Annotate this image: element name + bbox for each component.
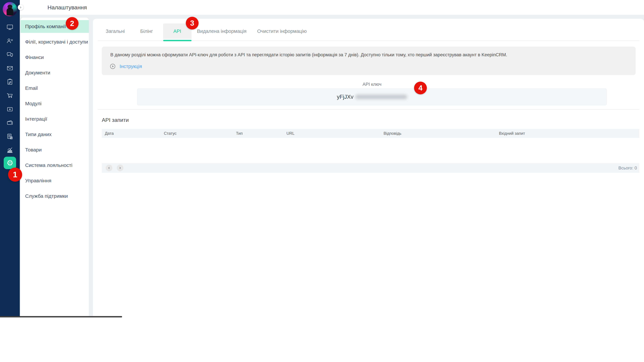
prev-page-button[interactable]: ‹ <box>106 165 112 171</box>
settings-content: Загальні Білінг API Видалена інформація … <box>93 19 644 317</box>
next-page-button[interactable]: › <box>117 165 124 171</box>
sidebar-item-finances[interactable]: Фінанси <box>20 51 89 64</box>
window-bottom-edge <box>0 316 122 318</box>
nav-tasks-icon[interactable] <box>0 77 20 86</box>
nav-mail-icon[interactable] <box>0 64 20 73</box>
pagination-bar: ‹ › Всього: 0 <box>102 163 639 173</box>
gear-icon: ⚙ <box>6 157 13 169</box>
sidebar-item-company-profile[interactable]: Профіль компанії <box>20 20 89 33</box>
nav-contacts-icon[interactable] <box>0 36 20 45</box>
total-count: Всього: 0 <box>618 163 637 173</box>
top-header: Налаштування 89 <box>20 0 644 15</box>
sidebar-item-modules[interactable]: Модулі <box>20 97 89 110</box>
step-badge-4: 4 <box>414 82 427 94</box>
app-root: Налаштування 89 › <box>0 0 644 362</box>
step-badge-1: 1 <box>8 168 22 182</box>
sidebar-item-support[interactable]: Служба підтримки <box>20 190 89 202</box>
column-type: Тип <box>236 129 243 138</box>
nav-chat-icon[interactable] <box>0 50 20 59</box>
tab-general[interactable]: Загальні <box>106 23 125 39</box>
nav-reports-icon[interactable] <box>0 146 20 155</box>
sidebar-item-loyalty[interactable]: Система лояльності <box>20 159 89 172</box>
active-tab-underline <box>163 40 192 41</box>
api-key-value: yFjJXv <box>337 94 354 100</box>
tab-deleted-info[interactable]: Видалена інформація <box>197 23 246 39</box>
nav-wallet-icon[interactable] <box>0 118 20 127</box>
sidebar-item-data-types[interactable]: Типи даних <box>20 128 89 141</box>
user-avatar[interactable] <box>3 2 17 16</box>
step-badge-2: 2 <box>66 17 78 30</box>
column-status: Статус <box>164 129 176 138</box>
api-key-redacted-blur <box>355 95 407 99</box>
chevron-right-icon: › <box>120 165 121 170</box>
api-requests-table-header: Дата Статус Тип URL Відповідь Вхідний за… <box>102 129 639 138</box>
api-info-box: В даному розділі можна сформувати API-кл… <box>102 46 636 75</box>
play-circle-icon <box>110 63 116 69</box>
nav-desktop-icon[interactable] <box>0 23 20 32</box>
sidebar-item-integrations[interactable]: Інтеграції <box>20 113 89 125</box>
section-divider <box>98 109 639 110</box>
sidebar-item-products[interactable]: Товари <box>20 143 89 156</box>
api-description: В даному розділі можна сформувати API-кл… <box>110 52 507 57</box>
icon-rail: ⚙ <box>0 0 20 317</box>
nav-documents-icon[interactable] <box>0 132 20 141</box>
page-title: Налаштування <box>48 0 87 15</box>
sidebar-item-documents[interactable]: Документи <box>20 66 89 79</box>
tab-api[interactable]: API <box>174 23 181 39</box>
chevron-left-icon: ‹ <box>108 165 110 170</box>
nav-settings-active[interactable]: ⚙ <box>4 157 16 169</box>
tab-billing[interactable]: Білінг <box>140 23 153 39</box>
column-url: URL <box>286 129 294 138</box>
sidebar-item-management[interactable]: Управління <box>20 174 89 187</box>
api-key-field[interactable]: yFjJXv <box>137 88 607 105</box>
instruction-link[interactable]: Інструкція <box>120 64 142 69</box>
column-response: Відповідь <box>384 129 401 138</box>
chevron-right-icon: › <box>20 5 21 9</box>
sidebar-expand-button[interactable]: › <box>18 4 24 10</box>
tab-clear-info[interactable]: Очистити інформацію <box>257 23 307 39</box>
step-badge-3: 3 <box>186 17 198 29</box>
sidebar-item-branches-users[interactable]: Філії, користувачі і доступи <box>20 35 89 48</box>
settings-sidebar: Профіль компанії Філії, користувачі і до… <box>20 17 89 317</box>
sidebar-item-email[interactable]: Email <box>20 82 89 94</box>
api-requests-heading: API запити <box>102 117 129 123</box>
column-incoming: Вхідний запит <box>499 129 525 138</box>
column-date: Дата <box>105 129 114 138</box>
nav-cart-icon[interactable] <box>0 91 20 100</box>
nav-inbox-icon[interactable] <box>0 105 20 114</box>
api-key-label: API ключ <box>137 82 607 87</box>
